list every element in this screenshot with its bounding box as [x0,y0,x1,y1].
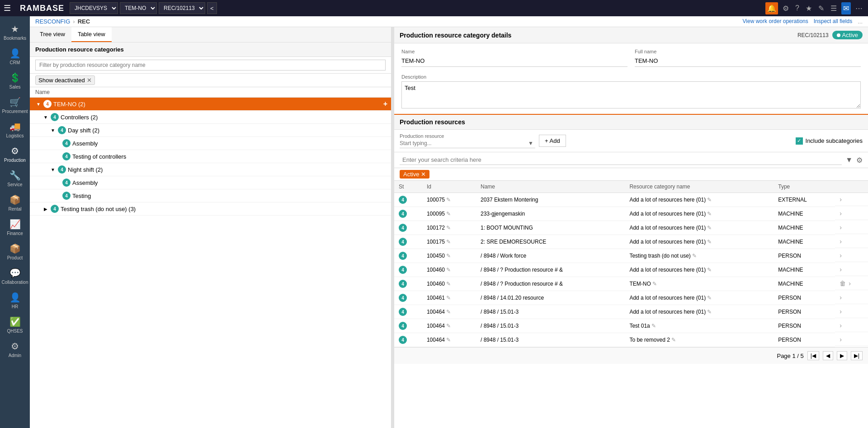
rec-select[interactable]: REC/102113 [159,2,205,14]
row-category-edit-icon[interactable]: ✎ [692,253,697,259]
row-id-edit-icon[interactable]: ✎ [446,295,451,301]
sidebar-item-bookmarks[interactable]: ★ Bookmarks [0,20,30,44]
row-expand-button[interactable]: › [840,266,842,273]
table-row[interactable]: 4 100172✎ 1: BOOT MOUNTING Add a lot of … [394,221,868,235]
last-page-button[interactable]: ▶| [851,351,863,360]
production-resource-input[interactable] [400,139,535,148]
sidebar-item-production[interactable]: ⚙ Production [0,142,30,166]
name-value[interactable]: TEM-NO [401,56,627,67]
company-select[interactable]: JHCDEVSYS [70,2,118,14]
sidebar-item-admin[interactable]: ⚙ Admin [0,337,30,362]
sidebar-item-sales[interactable]: 💲 Sales [0,69,30,93]
next-page-button[interactable]: ▶ [837,351,847,360]
table-row[interactable]: 4 100464✎ / 8948 / 15.01-3 Test 01a✎ PER… [394,319,868,333]
back-nav-button[interactable]: < [207,2,217,14]
filter-icon[interactable]: ▼ [845,156,853,164]
sidebar-item-crm[interactable]: 👤 CRM [0,44,30,69]
sidebar-item-service[interactable]: 🔧 Service [0,166,30,191]
fullname-value[interactable]: TEM-NO [635,56,861,67]
table-row[interactable]: 4 100464✎ / 8948 / 15.01-3 To be removed… [394,333,868,347]
first-page-button[interactable]: |◀ [807,351,819,360]
table-row[interactable]: 4 100460✎ / 8948 / ? Production resource… [394,263,868,277]
row-expand-button[interactable]: › [840,308,842,315]
tab-table-view[interactable]: Table view [71,27,112,42]
tem-no-select[interactable]: TEM-NO [120,2,157,14]
row-expand-button[interactable]: › [840,294,842,301]
row-expand-button[interactable]: › [840,322,842,329]
row-expand-button[interactable]: › [840,224,842,231]
sidebar-item-qhses[interactable]: ✅ QHSES [0,313,30,337]
more-icon-button[interactable]: ⋯ [854,2,864,14]
view-work-order-link[interactable]: View work order operations [743,18,808,25]
row-expand-button[interactable]: › [840,336,842,343]
table-row[interactable]: 4 100464✎ / 8948 / 15.01-3 Add a lot of … [394,305,868,319]
row-category-edit-icon[interactable]: ✎ [707,211,712,217]
table-row[interactable]: 4 100461✎ / 8948 / 14.01.20 resource Add… [394,291,868,305]
tree-row-testing[interactable]: 4 Testing [30,189,391,202]
toggle-night-shift[interactable]: ▼ [50,166,56,173]
hamburger-icon[interactable]: ☰ [4,3,11,13]
sidebar-item-procurement[interactable]: 🛒 Procurement [0,93,30,118]
row-category-edit-icon[interactable]: ✎ [707,267,712,273]
tree-row-controllers[interactable]: ▼ 4 Controllers (2) [30,111,391,124]
toggle-testing-trash[interactable]: ▶ [42,206,49,212]
table-row[interactable]: 4 100175✎ 2: SRE DEMORESOURCE Add a lot … [394,235,868,249]
help-icon-button[interactable]: ? [793,2,801,14]
row-category-edit-icon[interactable]: ✎ [671,337,676,343]
tree-row-testing-controllers[interactable]: 4 Testing of controllers [30,150,391,163]
tree-row-assembly-day[interactable]: 4 Assembly [30,137,391,150]
row-id-edit-icon[interactable]: ✎ [446,281,451,287]
include-subcategories-checkbox[interactable] [796,137,803,145]
email-icon-button[interactable]: ✉ [841,2,851,14]
gear-settings-icon[interactable]: ⚙ [856,156,863,165]
add-tem-no-button[interactable]: + [383,100,387,108]
production-resource-dropdown-icon[interactable]: ▼ [528,140,533,146]
row-category-edit-icon[interactable]: ✎ [707,295,712,301]
prev-page-button[interactable]: ◀ [823,351,833,360]
row-id-edit-icon[interactable]: ✎ [446,267,451,273]
row-category-edit-icon[interactable]: ✎ [652,281,657,287]
sidebar-item-finance[interactable]: 📈 Finance [0,215,30,240]
settings-icon-button[interactable]: ⚙ [781,2,791,14]
row-category-edit-icon[interactable]: ✎ [707,197,712,203]
row-expand-button[interactable]: › [840,196,842,203]
breadcrumb-resconfig[interactable]: RESCONFIG [35,18,70,25]
row-expand-button[interactable]: › [840,238,842,245]
tree-row-night-shift[interactable]: ▼ 4 Night shift (2) [30,163,391,176]
table-row[interactable]: 4 100460✎ / 8948 / ? Production resource… [394,277,868,291]
row-id-edit-icon[interactable]: ✎ [446,337,451,343]
row-expand-button[interactable]: › [840,252,842,259]
row-expand-button[interactable]: › [840,210,842,217]
description-textarea[interactable]: Test [401,81,861,108]
table-row[interactable]: 4 100450✎ / 8948 / Work force Testing tr… [394,249,868,263]
row-expand-button[interactable]: › [849,280,851,287]
remove-active-filter[interactable]: ✕ [421,171,426,178]
more-actions-button[interactable]: ... [858,18,863,25]
row-category-edit-icon[interactable]: ✎ [651,323,656,329]
add-resource-button[interactable]: + Add [539,135,566,147]
table-row[interactable]: 4 100095✎ 233-gjengemaskin Add a lot of … [394,207,868,221]
row-category-edit-icon[interactable]: ✎ [707,239,712,245]
sidebar-item-product[interactable]: 📦 Product [0,240,30,264]
row-category-edit-icon[interactable]: ✎ [707,225,712,231]
row-id-edit-icon[interactable]: ✎ [446,323,451,329]
row-id-edit-icon[interactable]: ✎ [446,239,451,245]
row-id-edit-icon[interactable]: ✎ [446,211,451,217]
row-id-edit-icon[interactable]: ✎ [446,197,451,203]
edit-icon-button[interactable]: ✎ [816,2,826,14]
inspect-all-fields-link[interactable]: Inspect all fields [814,18,852,25]
row-id-edit-icon[interactable]: ✎ [446,253,451,259]
toggle-controllers[interactable]: ▼ [42,114,49,120]
sidebar-item-hr[interactable]: 👤 HR [0,288,30,313]
row-delete-button[interactable]: 🗑 [840,280,846,287]
toggle-tem-no[interactable]: ▼ [35,101,42,107]
sidebar-item-collaboration[interactable]: 💬 Collaboration [0,264,30,288]
tab-tree-view[interactable]: Tree view [33,27,71,42]
tree-filter-input[interactable] [35,60,386,71]
alert-icon-button[interactable]: 🔔 [765,2,778,14]
table-row[interactable]: 4 100075✎ 2037 Ekstern Montering Add a l… [394,193,868,207]
row-id-edit-icon[interactable]: ✎ [446,225,451,231]
favorites-icon-button[interactable]: ★ [804,2,814,14]
tree-row-day-shift[interactable]: ▼ 4 Day shift (2) [30,124,391,137]
toggle-day-shift[interactable]: ▼ [50,127,56,133]
